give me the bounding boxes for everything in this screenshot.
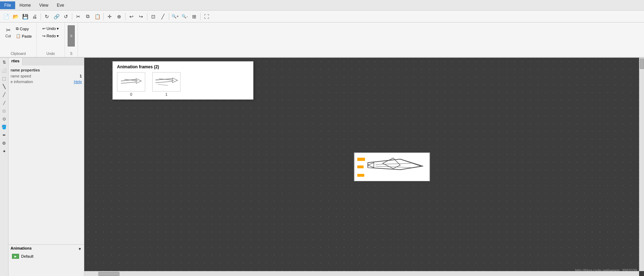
print-btn[interactable]: 🖨 (30, 12, 39, 21)
new-btn[interactable]: 📄 (1, 12, 11, 21)
undo-btn[interactable]: ↩ (127, 12, 136, 21)
svg-rect-11 (357, 174, 364, 177)
zoom-in-btn[interactable]: 🔍+ (171, 12, 180, 21)
copy-btn[interactable]: ⧉ (83, 12, 92, 21)
ribbon-undo-btn[interactable]: ↩ Undo ▾ (41, 25, 61, 32)
move-btn[interactable]: ✛ (105, 12, 114, 21)
menu-file[interactable]: File (0, 1, 15, 9)
speed-label: rame speed (11, 74, 31, 78)
horizontal-scrollbar[interactable] (84, 271, 639, 276)
copy-label: Copy (20, 27, 29, 31)
animation-default-item[interactable]: ▶ Default (11, 253, 82, 259)
svg-line-12 (400, 159, 423, 166)
sep6 (169, 13, 169, 20)
open-btn[interactable]: 📂 (11, 12, 20, 21)
sep2 (72, 13, 72, 20)
menu-bar: File Home View Eve (0, 0, 644, 11)
s-btn[interactable]: S (68, 25, 75, 46)
undo-label: Undo ▾ (47, 26, 59, 31)
sprite-svg (355, 153, 430, 182)
sep4 (125, 13, 125, 20)
sep7 (200, 13, 201, 20)
ribbon-cut-btn[interactable]: ✂ Cut (3, 25, 13, 39)
refresh-btn[interactable]: ↻ (42, 12, 51, 21)
gear-tool[interactable]: ⚙ (0, 139, 8, 147)
select-dotted-tool[interactable]: ⬚ (0, 75, 8, 82)
frame-0-thumbnail (117, 72, 145, 92)
eyedropper-tool[interactable]: ✒ (0, 131, 8, 139)
zoom-out-btn[interactable]: 🔍- (180, 12, 189, 21)
help-link[interactable]: Help (74, 80, 82, 84)
star-tool[interactable]: ✦ (0, 148, 8, 155)
animations-panel: Animations ▼ ▶ Default (8, 244, 84, 276)
zoom-fit-btn[interactable]: ⊞ (190, 12, 199, 21)
hscroll-thumb[interactable] (98, 272, 119, 276)
left-panel: rties rame properties rame speed 1 e inf… (8, 58, 84, 276)
paste-btn[interactable]: 📋 (93, 12, 102, 21)
ribbon-clipboard-group: ✂ Cut ⧉ Copy 📋 Paste Clipboard (0, 23, 37, 57)
sep5 (147, 13, 147, 20)
s-buttons: S (68, 24, 75, 51)
animation-frame-1[interactable]: 1 (152, 72, 180, 96)
svg-rect-9 (357, 158, 365, 161)
redo-icon: ↪ (42, 34, 45, 38)
ribbon-paste-btn[interactable]: 📋 Paste (14, 33, 33, 39)
paste-label: Paste (22, 34, 32, 38)
redo-btn[interactable]: ↪ (136, 12, 146, 21)
ribbon: ✂ Cut ⧉ Copy 📋 Paste Clipboard (0, 23, 644, 58)
crop-btn[interactable]: ⊡ (149, 12, 158, 21)
menu-eve[interactable]: Eve (53, 1, 68, 9)
copy-icon: ⧉ (16, 26, 19, 31)
select-rect-tool[interactable]: ⬜ (0, 67, 8, 74)
eyedrop-btn[interactable]: ╱ (158, 12, 167, 21)
frame-0-svg (117, 73, 145, 91)
move2-btn[interactable]: ⊕ (115, 12, 124, 21)
cut-btn[interactable]: ✂ (74, 12, 83, 21)
undo-redo-col: ↩ Undo ▾ ↪ Redo ▾ (41, 25, 61, 39)
svg-line-1 (121, 82, 136, 83)
pencil1-tool[interactable]: ╲ (0, 83, 8, 90)
clipboard-title: Clipboard (11, 51, 26, 56)
ribbon-copy-btn[interactable]: ⧉ Copy (14, 25, 33, 32)
vscroll-thumb[interactable] (640, 58, 644, 69)
tools-panel: ⇅ ⬜ ⬚ ╲ ╱ ╱ □ ⊙ 🪣 ✒ ⚙ ✦ (0, 58, 8, 276)
cut-label: Cut (5, 34, 11, 38)
pencil3-tool[interactable]: ╱ (0, 99, 8, 107)
animation-frame-0[interactable]: 0 (117, 72, 145, 96)
reload-btn[interactable]: ↺ (61, 12, 70, 21)
animations-header: Animations ▼ (11, 246, 82, 252)
properties-tab[interactable]: rties (8, 58, 23, 65)
s-icon: S (70, 34, 72, 38)
sort-tool[interactable]: ⇅ (0, 58, 8, 66)
undo-icon: ↩ (42, 26, 45, 31)
animations-scroll[interactable]: ▼ (78, 247, 82, 251)
sprite-canvas (354, 152, 430, 181)
save-btn[interactable]: 💾 (20, 12, 30, 21)
sep1 (41, 13, 41, 20)
ribbon-redo-btn[interactable]: ↪ Redo ▾ (41, 33, 61, 39)
speed-row: rame speed 1 (11, 73, 82, 79)
link-btn[interactable]: 🔗 (52, 12, 61, 21)
info-row: e information Help (11, 79, 82, 84)
vertical-scrollbar[interactable] (639, 58, 644, 271)
lasso-tool[interactable]: ⊙ (0, 115, 8, 123)
sep3 (103, 13, 104, 20)
svg-line-13 (400, 166, 423, 170)
frame-1-number: 1 (165, 92, 167, 96)
toolbar: 📄 📂 💾 🖨 ↻ 🔗 ↺ ✂ ⧉ 📋 ✛ ⊕ ↩ ↪ ⊡ ╱ 🔍+ 🔍- ⊞ … (0, 11, 644, 23)
animation-frames-panel: Animation frames (2) (112, 61, 253, 100)
paste-icon: 📋 (16, 34, 21, 38)
menu-home[interactable]: Home (15, 1, 35, 9)
copy-paste-group: ⧉ Copy 📋 Paste (14, 25, 33, 39)
animations-title: Animations (11, 246, 32, 250)
frame-1-svg (153, 73, 180, 91)
undo-title: Undo (47, 51, 55, 56)
canvas-area[interactable]: Animation frames (2) (84, 58, 644, 276)
menu-view[interactable]: View (35, 1, 53, 9)
fullscreen-btn[interactable]: ⛶ (202, 12, 211, 21)
bucket-tool[interactable]: 🪣 (0, 123, 8, 131)
rect-tool[interactable]: □ (0, 107, 8, 115)
ribbon-s-group: S S (65, 23, 78, 57)
pencil2-tool[interactable]: ╱ (0, 91, 8, 99)
cut-icon: ✂ (6, 27, 11, 33)
